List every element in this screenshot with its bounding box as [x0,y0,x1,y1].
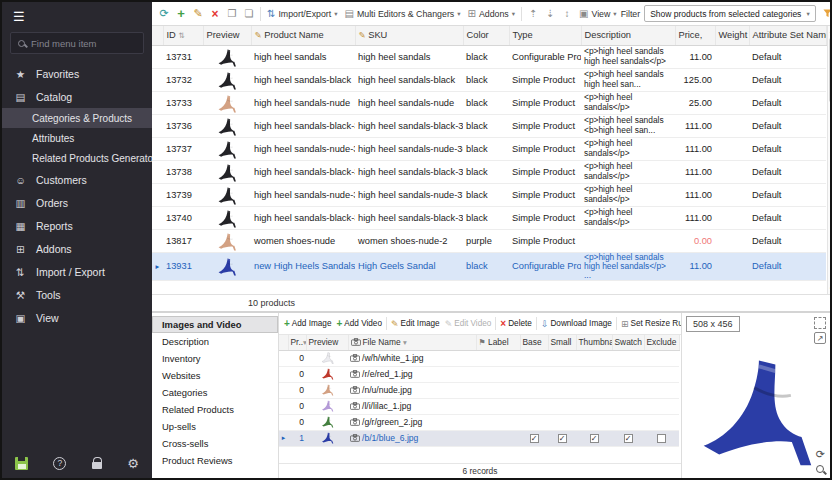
sidebar-item-import-export[interactable]: ⇅Import / Export [2,260,152,283]
zoom-icon[interactable] [816,465,824,473]
tab-related-products[interactable]: Related Products [152,401,278,418]
product-row[interactable]: 13732high heel sandals-blackhigh heel sa… [152,68,826,91]
set-resize-rule-button[interactable]: ⊞Set Resize Rule▾ [619,315,681,333]
scrollbar-thumb[interactable] [829,38,830,102]
product-row[interactable]: 13736high heel sandals-black-36high heel… [152,114,826,137]
edit-image-button[interactable]: ✎Edit Image [389,315,442,333]
filters-menu[interactable]: Filters ▾ [820,5,830,23]
checkbox[interactable]: ✓ [590,434,599,443]
checkbox[interactable]: ✓ [624,434,633,443]
expand-all-icon[interactable]: ⇡ [525,5,541,23]
tab-description[interactable]: Description [152,333,278,350]
view-menu[interactable]: ▣ View ▾ [576,5,620,23]
column-header-description[interactable]: Description [581,26,675,45]
category-filter-select[interactable]: Show products from selected categories ▾ [644,5,815,22]
column-header-small[interactable]: Small [548,335,576,350]
delete-product-icon[interactable]: × [207,5,223,23]
tab-categories[interactable]: Categories [152,384,278,401]
paste-icon[interactable]: ❏ [241,5,257,23]
column-header-base[interactable]: Base [520,335,548,350]
image-row[interactable]: 0/r/e/red_1.jpg [279,366,679,382]
collapse-all-icon[interactable]: ⇣ [542,5,558,23]
image-row[interactable]: 0/n/u/nude.jpg [279,382,679,398]
sidebar-search[interactable] [10,32,144,54]
add-video-button[interactable]: +Add Video [334,315,383,333]
sidebar-item-view[interactable]: ▣View [2,306,152,329]
column-header-image-preview[interactable]: Preview [306,335,348,350]
image-row[interactable]: 0/l/i/lilac_1.jpg [279,398,679,414]
lock-icon[interactable] [92,462,102,469]
copy-icon[interactable]: ❐ [224,5,240,23]
sidebar-item-addons[interactable]: ⊞Addons [2,237,152,260]
open-external-icon[interactable]: ↗ [814,332,826,344]
column-header-price[interactable]: Price, [675,26,715,45]
product-row[interactable]: 13731high heel sandalshigh heel sandalsb… [152,45,826,68]
vertical-scrollbar[interactable]: ▲ ▼ [827,26,831,294]
product-row[interactable]: 13817women shoes-nudewomen shoes-nude-2p… [152,229,826,252]
tab-inventory[interactable]: Inventory [152,350,278,367]
tab-images-and-video[interactable]: Images and Video [152,316,278,333]
sidebar-item-categories-products[interactable]: Categories & Products [2,108,152,128]
product-row[interactable]: 13737high heel sandals-nude-36high heel … [152,137,826,160]
sidebar-item-reports[interactable]: ▦Reports [2,214,152,237]
column-header-thumbnail[interactable]: Thumbna [576,335,612,350]
checkbox[interactable]: ✓ [530,434,539,443]
column-header-position[interactable]: Pr..▾ [288,335,306,350]
product-row[interactable]: 13733high heel sandals-nudehigh heel san… [152,91,826,114]
edit-product-icon[interactable]: ✎ [190,5,206,23]
column-header-swatch[interactable]: Swatch [612,335,644,350]
sidebar-item-tools[interactable]: ⚒Tools [2,283,152,306]
column-header-exclude[interactable]: Exclude [644,335,679,350]
add-product-icon[interactable]: + [173,5,189,23]
checkbox[interactable] [657,434,666,443]
sidebar-item-favorites[interactable]: ★Favorites [2,62,152,85]
scroll-down-icon[interactable]: ▼ [829,284,830,294]
scroll-up-icon[interactable]: ▲ [829,26,830,36]
menu-search-input[interactable] [31,38,136,49]
image-row[interactable]: 0/w/h/white_1.jpg [279,350,679,366]
sidebar-item-customers[interactable]: ☺Customers [2,168,152,191]
tab-product-reviews[interactable]: Product Reviews [152,452,278,469]
product-description-cell: <p>high heel sandals</p> [581,160,675,183]
column-header-label[interactable]: ⚑ Label [476,335,520,350]
product-row[interactable]: ▸13931new High Heels SandalsHigh Geels S… [152,252,826,280]
sidebar-item-related-products-generator[interactable]: Related Products Generator [2,148,152,168]
tab-websites[interactable]: Websites [152,367,278,384]
multi-editors-menu[interactable]: ▤ Multi Editors & Changers ▾ [341,5,463,23]
image-preview[interactable] [682,335,830,478]
hamburger-menu-icon[interactable]: ☰ [13,9,25,24]
column-header-id[interactable]: ID ⇅ [163,26,203,45]
product-row[interactable]: 13739high heel sandals-nude-37high heel … [152,183,826,206]
product-row[interactable]: 13740high heel sandals-black-38high heel… [152,206,826,229]
column-header-file-name[interactable]: File Name ▾ [348,335,476,350]
save-store-icon[interactable] [15,457,28,470]
reorder-icon[interactable]: ↕ [559,5,575,23]
refresh-icon[interactable]: ⟳ [156,5,172,23]
help-icon[interactable]: ? [53,457,66,470]
download-image-button[interactable]: ⇩Download Image [539,315,614,333]
image-row[interactable]: ▸1/b/1/blue_6.jpg✓✓✓✓ [279,430,679,446]
rotate-icon[interactable]: ⟳ [816,449,825,460]
tab-cross-sells[interactable]: Cross-sells [152,435,278,452]
column-header-sku[interactable]: ✎ SKU [355,26,463,45]
product-row[interactable]: 13738high heel sandals-black-37high heel… [152,160,826,183]
sidebar-item-attributes[interactable]: Attributes [2,128,152,148]
delete-image-button[interactable]: ×Delete [498,315,534,333]
column-header-attribute-set[interactable]: Attribute Set Name [749,26,826,45]
column-header-type[interactable]: Type [509,26,581,45]
gear-icon[interactable]: ⚙ [127,457,139,470]
sidebar-item-catalog[interactable]: ▤Catalog [2,85,152,108]
addons-menu[interactable]: ⊞ Addons ▾ [464,5,518,23]
fullscreen-icon[interactable] [814,317,826,329]
import-export-menu[interactable]: ⇅ Import/Export ▾ [264,5,340,23]
sidebar-item-orders[interactable]: ▥Orders [2,191,152,214]
tab-up-sells[interactable]: Up-sells [152,418,278,435]
edit-video-button[interactable]: ✎Edit Video [443,315,494,333]
column-header-product-name[interactable]: ✎ Product Name [251,26,355,45]
checkbox[interactable]: ✓ [558,434,567,443]
add-image-button[interactable]: +Add Image [282,315,333,333]
column-header-weight[interactable]: Weight [715,26,749,45]
column-header-color[interactable]: Color [463,26,509,45]
column-header-preview[interactable]: Preview [203,26,251,45]
image-row[interactable]: 0/g/r/green_2.jpg [279,414,679,430]
